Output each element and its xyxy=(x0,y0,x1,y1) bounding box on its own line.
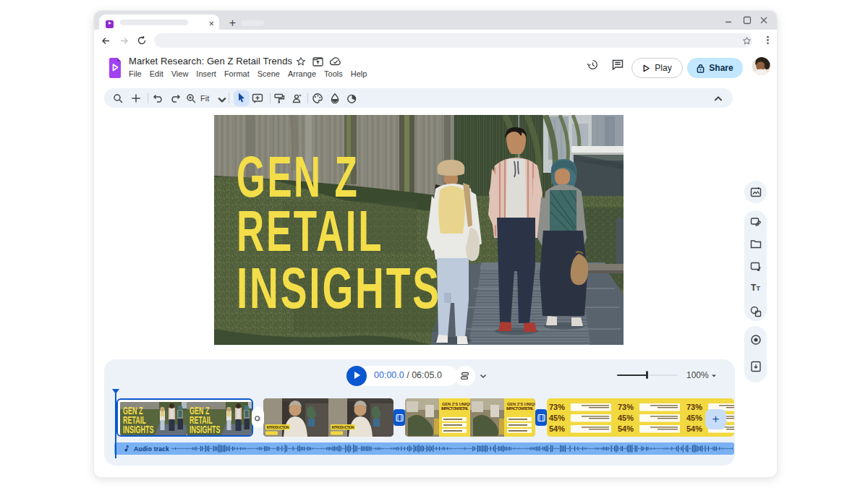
svg-text:INTRODUCTION: INTRODUCTION xyxy=(332,426,355,429)
svg-text:INSIGHTS: INSIGHTS xyxy=(237,256,441,321)
svg-text:45%: 45% xyxy=(549,414,565,422)
svg-text:INTRODUCTION: INTRODUCTION xyxy=(267,426,290,429)
svg-text:INSIGHTS: INSIGHTS xyxy=(123,423,153,435)
svg-text:INSIGHTS: INSIGHTS xyxy=(190,423,220,435)
svg-text:73%: 73% xyxy=(549,403,565,411)
svg-text:73%: 73% xyxy=(686,403,702,411)
svg-text:IMPACT ON RETAIL: IMPACT ON RETAIL xyxy=(441,406,469,411)
svg-text:73%: 73% xyxy=(618,403,634,411)
svg-text:RETAIL: RETAIL xyxy=(237,199,383,262)
svg-text:Audio track: Audio track xyxy=(134,445,169,453)
svg-text:54%: 54% xyxy=(549,424,565,433)
svg-text:45%: 45% xyxy=(686,414,702,422)
svg-text:45%: 45% xyxy=(618,414,634,422)
svg-text:54%: 54% xyxy=(686,424,702,433)
svg-text:IMPACT ON RETAIL: IMPACT ON RETAIL xyxy=(506,406,535,411)
svg-text:54%: 54% xyxy=(618,424,634,433)
